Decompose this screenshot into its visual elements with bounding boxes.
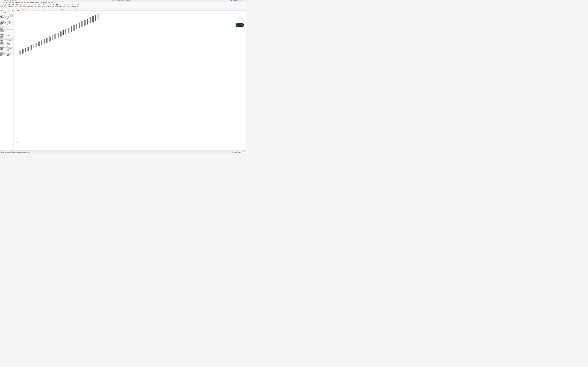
prop-value[interactable] [6,33,13,34]
qat-icon-6[interactable]: ⟳▾ [10,0,11,1]
qat-icon-1[interactable]: ▭▾ [2,0,3,1]
prop-section-header[interactable]: 阶段化⌃ [0,53,13,54]
local-3d-button[interactable]: 🧊局部三维 [48,3,52,8]
qat-icon-7[interactable]: ☰ [12,0,13,1]
prop-section-header[interactable]: 相机⌃ [0,38,13,40]
menu-item[interactable]: 协作 [21,2,23,3]
prop-value[interactable]: 协调 [6,24,13,25]
viewport[interactable]: 前 23% ↑ 3.4K/s ↓ 21.6K/s [14,11,246,150]
minimize-icon[interactable]: — [244,0,245,1]
auto-avoid-button[interactable]: ⤤自动避让 [4,3,8,8]
vcb-icon-14[interactable]: 📄 [36,150,37,151]
vcb-icon-11[interactable]: ☁ [32,150,33,151]
prop-checkbox[interactable] [7,33,8,33]
prop-value[interactable]: -154.6564 [6,43,13,44]
vcb-icon-6[interactable]: ✂ [24,150,26,151]
batch-upgrade-button[interactable]: ⬆批量升级 [59,3,63,8]
prop-value[interactable]: 按规程 [6,25,13,26]
prop-value[interactable]: 编辑... [6,23,13,24]
prop-checkbox[interactable] [7,34,8,34]
menu-item[interactable]: 注释 [9,2,11,3]
vcb-icon-7[interactable]: ⛶ [26,150,27,151]
help-doc-button[interactable]: ?帮助文档 [72,3,76,8]
ime-mic-icon[interactable]: 🎤 [242,150,243,151]
label-hole-button[interactable]: ✎洞口标注 [22,3,26,8]
prop-value[interactable] [6,34,13,35]
view-hole-button[interactable]: 📦洞口查看 [15,3,18,8]
prop-value[interactable]: 不相关 [6,50,13,51]
vcb-icon-4[interactable]: 🔍 [21,150,22,151]
close-icon[interactable]: ✕ [12,10,13,11]
link-hole-button[interactable]: 🪟洞口联动 [18,3,22,8]
menu-item[interactable]: □▾ [52,2,53,3]
delete-hole-button[interactable]: ↧洞口删除 [26,3,30,8]
raise-lower-offset-button[interactable]: ↕升降偏移 [0,3,4,8]
nav-cube-face[interactable]: 前 [240,18,242,21]
prop-value[interactable] [6,28,13,29]
prop-value[interactable]: 调整 [6,46,13,47]
vcb-icon-10[interactable]: 📍 [30,150,31,151]
prop-value[interactable] [6,30,13,31]
qat-icon-2[interactable]: ↗ [4,0,5,1]
dim-locate-button[interactable]: ≡尺寸定位 [38,3,42,8]
prop-checkbox[interactable] [7,28,8,29]
ime-logo-icon[interactable]: S [237,150,238,151]
type-combo[interactable]: 三维视图: {三维} [0,15,9,16]
vcb-icon-3[interactable]: ✖ [20,150,21,151]
view-tab-3d[interactable]: {三维} ✕ [15,10,19,11]
prop-checkbox[interactable] [7,37,8,38]
prop-section-header[interactable]: 标识数据⌃ [0,47,13,48]
auto-save-button[interactable]: 💾自动保存 [55,3,59,8]
enhanced-filter-button[interactable]: 🔍增强过滤 [66,3,70,8]
prop-value[interactable]: 无 [6,36,13,37]
vcb-icon-8[interactable]: 🏠 [27,150,28,151]
selection-filter[interactable]: 主模型 [238,152,245,153]
label-sleeve-button[interactable]: ◎套管标注 [33,3,37,8]
prop-value[interactable]: 新构造 [6,55,13,56]
menu-item[interactable]: 插入 [6,2,8,3]
ime-lang[interactable]: 英, [239,150,240,151]
vcb-icon-5[interactable]: 👓 [23,150,24,151]
multi-pipe-lead-button[interactable]: ☰多管引出 [42,3,45,8]
ime-kbd-icon[interactable]: ⌨ [243,150,245,151]
menu-item[interactable]: 视图 [24,2,26,3]
user-icon[interactable]: 👤 [231,0,232,1]
nav-cube[interactable]: 前 [238,17,244,22]
vcb-icon-1[interactable]: ▦ [17,150,18,151]
prop-checkbox[interactable] [7,30,8,31]
menu-item[interactable]: 钢 [0,2,1,3]
sb-icon-1[interactable]: 🔗 [232,152,233,153]
vcb-icon-13[interactable]: 🔗 [35,150,36,151]
property-help-link[interactable]: 属性帮助 [0,150,9,151]
prop-section-header[interactable]: 图形⌃ [0,16,13,17]
vcb-icon-9[interactable]: ↕ [29,150,30,151]
print-icon[interactable]: 🖨 [0,0,2,1]
prop-value[interactable] [6,31,13,33]
arrow-left-icon[interactable]: ◀ [227,0,229,1]
people-icon[interactable]: 👥 [229,0,230,1]
apply-button[interactable]: 应用 [9,150,13,151]
menu-item[interactable]: 修改 [48,2,50,3]
coop-open-hole-button[interactable]: 📦协同开洞 [11,3,15,8]
measure-tool-button[interactable]: 📐测量工具 [62,3,66,8]
prop-value[interactable]: {三维} [6,49,13,50]
prop-value[interactable] [6,51,13,53]
prop-section-header[interactable]: 范围⌃ [0,29,13,30]
menu-item[interactable]: 分析 [12,2,14,3]
view-scale[interactable]: 1 : 100 [14,150,17,151]
prop-checkbox[interactable] [7,41,8,42]
prop-value[interactable]: 中等 [6,20,13,21]
ime-face-icon[interactable]: ☺ [240,150,242,151]
prop-checkbox[interactable] [7,31,8,32]
qat-icon-5[interactable]: 🏠 [9,0,10,1]
prop-value[interactable] [6,37,13,38]
qat-icon-4[interactable]: A [7,0,8,1]
vcb-icon-12[interactable]: ⚙ [33,150,34,151]
prop-value[interactable]: 编辑... [6,40,13,41]
prop-value[interactable] [6,41,13,42]
add-sleeve-button[interactable]: ◯加套管 [30,3,33,8]
prop-value[interactable]: 无 [6,27,13,28]
prop-value[interactable]: 100 [6,18,13,19]
edit-type-button[interactable]: 编辑类型 [9,15,13,16]
about-button[interactable]: ▣关于 [76,3,79,8]
